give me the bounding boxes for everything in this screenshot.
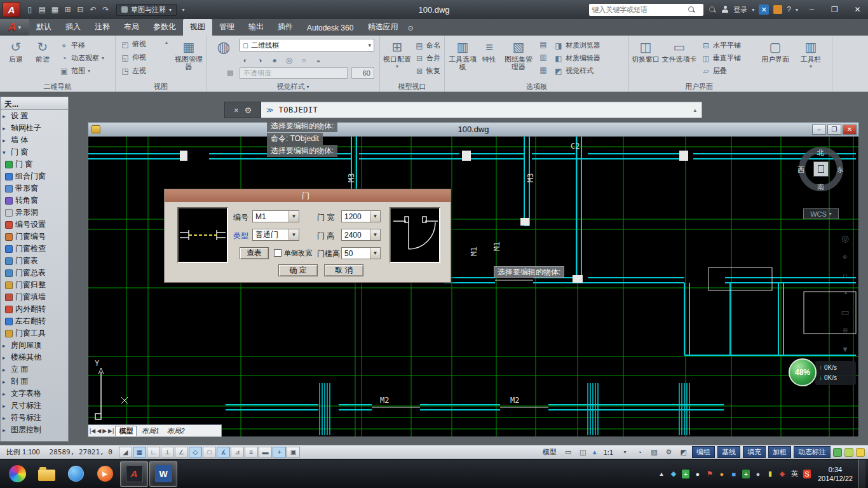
viewport-restore-button[interactable]: ⊠ 恢复: [415, 65, 440, 76]
status-toggle-button[interactable]: ⊿: [231, 447, 244, 458]
sidebar-item[interactable]: 剖 面: [1, 376, 68, 388]
single-side-checkbox[interactable]: [274, 249, 281, 257]
door-no-combobox[interactable]: M1 ▼: [252, 210, 299, 222]
login-label[interactable]: 登录: [733, 5, 747, 15]
panel-title[interactable]: 选项板: [445, 81, 628, 92]
sidebar-item[interactable]: 房间屋顶: [1, 339, 68, 351]
door-type-label[interactable]: 类型: [233, 231, 248, 241]
last-tab-icon[interactable]: ▶|: [108, 428, 114, 434]
sidebar-item[interactable]: 门窗表: [1, 255, 68, 267]
tray-icon[interactable]: S: [803, 470, 811, 478]
sheet-set-button[interactable]: ▧ 图纸集管理器: [501, 39, 536, 71]
showmotion-icon[interactable]: ▭: [839, 306, 851, 318]
tray-icon[interactable]: ⚑: [706, 470, 714, 478]
ribbon-tab[interactable]: 注释: [88, 19, 117, 36]
opacity-value-field[interactable]: 60: [351, 67, 374, 79]
panel-title[interactable]: 视觉样式 ▾: [207, 81, 379, 92]
prev-tab-icon[interactable]: ◀: [97, 428, 101, 434]
ribbon-tab[interactable]: 布局: [117, 19, 146, 36]
panel-title[interactable]: 二维导航: [0, 81, 115, 92]
scroll-up-icon[interactable]: ▴: [165, 39, 168, 45]
ribbon-tab[interactable]: 参数化: [146, 19, 183, 36]
compass-south[interactable]: 南: [817, 182, 824, 192]
status-toggle-button[interactable]: ∠: [175, 447, 188, 458]
open-file-icon[interactable]: ▤: [36, 3, 48, 16]
internet-browser-button[interactable]: [62, 461, 90, 487]
minimize-button[interactable]: –: [803, 3, 821, 17]
mini-palette-icon-2[interactable]: ▥: [539, 53, 548, 62]
cancel-button[interactable]: 取 消: [324, 264, 363, 276]
user-interface-button[interactable]: ▢ 用户界面: [761, 39, 789, 63]
ribbon-tab[interactable]: Autodesk 360: [300, 21, 360, 36]
show-desktop-button[interactable]: [858, 459, 865, 488]
annotation-scale[interactable]: 1:1: [600, 449, 616, 456]
viewport-join-button[interactable]: ⊟ 合并: [415, 53, 440, 64]
full-nav-wheel-icon[interactable]: ◎: [839, 232, 851, 245]
chevron-down-icon[interactable]: ▾: [619, 447, 631, 458]
baseline-toggle-button[interactable]: 基线: [717, 446, 740, 458]
workspace-switch-icon[interactable]: ⚙: [663, 447, 675, 458]
properties-button[interactable]: ≡ 特性: [478, 39, 500, 63]
status-toggle-button[interactable]: ▦: [133, 447, 146, 458]
pan-tool-icon[interactable]: ⌖: [839, 250, 851, 263]
sidebar-item[interactable]: 门 窗: [1, 158, 68, 170]
network-speed-panel[interactable]: ↑0K/s ↓0K/s: [815, 361, 856, 385]
visual-styles-palette-button[interactable]: ◩ 视觉样式: [554, 65, 593, 76]
switch-windows-button[interactable]: ◫ 切换窗口: [632, 39, 660, 63]
binoculars-icon[interactable]: [708, 5, 717, 14]
sidebar-item[interactable]: 异形洞: [1, 207, 68, 219]
sidebar-item[interactable]: 尺寸标注: [1, 400, 68, 412]
tray-icon[interactable]: ■: [730, 470, 738, 478]
model-space-button[interactable]: 模型: [539, 447, 560, 457]
tray-icon[interactable]: +: [682, 470, 689, 478]
sidebar-item[interactable]: 设 置: [1, 110, 68, 122]
sidebar-item[interactable]: 内外翻转: [1, 303, 68, 315]
zoom-tool-icon[interactable]: ○: [839, 269, 851, 281]
close-button[interactable]: ✕: [848, 3, 867, 17]
compass-east[interactable]: 东: [837, 165, 844, 175]
ribbon-tab[interactable]: 插入: [58, 19, 88, 36]
recent-commands-icon[interactable]: ▴: [693, 107, 696, 113]
next-tab-icon[interactable]: ▶: [102, 428, 107, 434]
view-bottom-button[interactable]: ◱ 仰视: [121, 52, 146, 63]
exchange-apps-icon[interactable]: ✕: [759, 4, 769, 15]
browser-360-button[interactable]: [3, 461, 31, 487]
command-input-text[interactable]: TOBJEDIT: [279, 105, 318, 114]
status-toggle-button[interactable]: ≡: [245, 447, 258, 458]
status-toggle-button[interactable]: ∡: [217, 447, 230, 458]
sidebar-item[interactable]: 组合门窗: [1, 170, 68, 182]
ok-button[interactable]: 确 定: [278, 264, 318, 276]
sidebar-item[interactable]: 门窗编号: [1, 231, 68, 243]
sidebar-item[interactable]: 图层控制: [1, 424, 68, 436]
tray-icon[interactable]: ●: [694, 470, 702, 478]
visual-style-dropdown[interactable]: ◻ 二维线框 ▾: [240, 39, 374, 51]
sidebar-item[interactable]: 门 窗: [1, 146, 68, 158]
door-sill-combobox[interactable]: 50 ▼: [341, 247, 381, 259]
door-width-combobox[interactable]: 1200 ▼: [341, 210, 381, 222]
material-browser-button[interactable]: ◨ 材质浏览器: [554, 40, 600, 51]
ribbon-tab[interactable]: 输出: [241, 19, 271, 36]
undo-icon[interactable]: ↶: [87, 3, 99, 16]
tray-icon[interactable]: ●: [718, 470, 726, 478]
search-input[interactable]: [592, 6, 687, 13]
autoscale-icon[interactable]: ▧: [648, 447, 660, 458]
door-swing-preview[interactable]: [390, 207, 440, 263]
view-left-button[interactable]: ◳ 左视: [121, 65, 146, 76]
ribbon-tab[interactable]: 视图: [183, 19, 212, 36]
hatch-toggle-button[interactable]: 填充: [743, 446, 766, 458]
status-toggle-button[interactable]: ▣: [287, 447, 300, 458]
status-toggle-button[interactable]: ⊥: [161, 447, 174, 458]
tray-icon[interactable]: 英: [790, 470, 799, 478]
nav-more-icon[interactable]: ▾: [839, 342, 851, 355]
compass-home-icon[interactable]: [813, 161, 829, 177]
media-app-button[interactable]: ▶: [91, 461, 119, 487]
sidebar-item[interactable]: 门窗填墙: [1, 291, 68, 303]
sidebar-item[interactable]: 门窗归整: [1, 279, 68, 291]
chevron-down-icon[interactable]: ▼: [288, 211, 299, 222]
redo-icon[interactable]: ↷: [100, 3, 112, 16]
tab-layout1[interactable]: 布局1: [138, 426, 162, 436]
tray-icon[interactable]: ◆: [670, 470, 677, 478]
viewport-config-button[interactable]: ⊞ 视口配置 ▾: [382, 39, 412, 71]
mini-palette-icon-3[interactable]: ▦: [539, 65, 548, 74]
quick-view-layouts-icon[interactable]: ▭: [562, 447, 574, 458]
